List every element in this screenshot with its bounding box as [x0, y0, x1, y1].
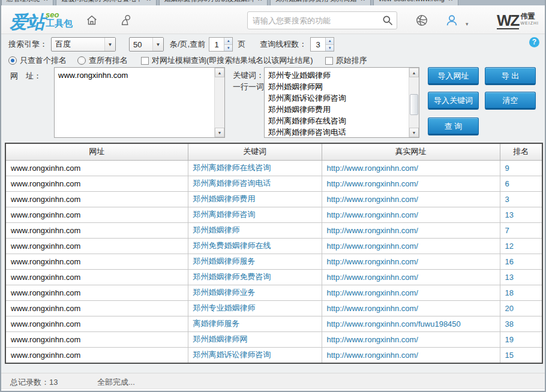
cell-real-url[interactable]: http://www.rongxinhn.com/	[322, 222, 500, 238]
table-row[interactable]: www.rongxinhn.com郑州离婚律师咨询http://www.rong…	[6, 207, 542, 222]
status-bar: 总记录数：13 全部完成...	[1, 373, 545, 390]
header-real-url[interactable]: 真实网址	[322, 144, 500, 160]
table-row[interactable]: www.rongxinhn.com郑州离婚诉讼律师咨询http://www.ro…	[6, 347, 542, 363]
browser-tab[interactable]: view-source:www.rong✕	[373, 0, 458, 5]
stepper-down-icon[interactable]: ▼	[326, 45, 334, 52]
function-search-box	[247, 11, 397, 29]
cell-keyword: 郑州专业婚姻律师	[188, 300, 322, 316]
cell-keyword: 郑州离婚律师咨询电话	[188, 176, 322, 191]
table-row[interactable]: www.rongxinhn.com郑州婚姻律师免费咨询http://www.ro…	[6, 269, 542, 285]
user-tools-icon[interactable]	[119, 14, 133, 27]
table-row[interactable]: www.rongxinhn.com郑州婚姻律师业务http://www.rong…	[6, 285, 542, 300]
url-scrollbar[interactable]: ▲ ▼	[214, 68, 224, 137]
cell-url: www.rongxinhn.com	[6, 160, 188, 176]
threads-stepper: ▲ ▼	[310, 37, 334, 52]
table-row[interactable]: www.rongxinhn.com郑州婚姻律师费用http://www.rong…	[6, 191, 542, 207]
results-table: 网址 关键词 真实网址 排名 www.rongxinhn.com郑州离婚律师在线…	[5, 143, 543, 364]
cell-rank: 20	[500, 300, 542, 316]
table-row[interactable]: www.rongxinhn.com郑州婚姻律师服务http://www.rong…	[6, 254, 542, 269]
header-keyword[interactable]: 关键词	[188, 144, 322, 160]
cell-real-url[interactable]: http://www.rongxinhn.com/	[322, 176, 500, 191]
browser-tab[interactable]: 郑州婚姻律师费用 郑州离婚✕	[270, 0, 370, 5]
cell-real-url[interactable]: http://www.rongxinhn.com/	[322, 285, 500, 300]
import-urls-button[interactable]: 导入网址	[428, 67, 479, 85]
scroll-down-icon[interactable]: ▼	[215, 128, 224, 137]
scroll-up-icon[interactable]: ▲	[409, 68, 419, 77]
radio-first-rank[interactable]: 只查首个排名	[8, 55, 67, 66]
table-row[interactable]: www.rongxinhn.com郑州婚姻律师网http://www.rongx…	[6, 331, 542, 347]
cell-real-url[interactable]: http://www.rongxinhn.com/	[322, 207, 500, 222]
help-icon[interactable]: ?	[529, 37, 539, 47]
checkbox-fuzzy-label: 对网址模糊查询(即搜索结果域名以该网址结尾)	[152, 55, 313, 66]
import-keywords-button[interactable]: 导入关键词	[428, 92, 479, 110]
scroll-down-icon[interactable]: ▼	[409, 128, 419, 137]
table-row[interactable]: www.rongxinhn.com郑州婚姻律师http://www.rongxi…	[6, 222, 542, 238]
table-row[interactable]: www.rongxinhn.com郑州离婚律师在线咨询http://www.ro…	[6, 160, 542, 176]
browser-tab-row: 息管理系统✕超级网站案例 郑州心置电申✕婚姻家庭律师5月份易发婚姻纠✕郑州婚姻律…	[1, 0, 545, 5]
checkbox-original-order[interactable]: 原始排序	[325, 55, 367, 66]
scroll-up-icon[interactable]: ▲	[215, 68, 224, 77]
close-icon[interactable]: ✕	[257, 0, 262, 2]
cell-url: www.rongxinhn.com	[6, 347, 188, 363]
cell-real-url[interactable]: http://www.rongxinhn.com/	[322, 269, 500, 285]
cell-keyword: 郑州婚姻律师业务	[188, 285, 322, 300]
per-page-label: 条/页,查前	[170, 39, 205, 50]
cell-real-url[interactable]: http://www.rongxinhn.com/	[322, 300, 500, 316]
table-row[interactable]: www.rongxinhn.com离婚律师服务http://www.rongxi…	[6, 316, 542, 331]
checkbox-fuzzy-match[interactable]: 对网址模糊查询(即搜索结果域名以该网址结尾)	[141, 55, 313, 66]
pages-input[interactable]	[209, 38, 224, 51]
engine-select[interactable]: 百度 ▼	[51, 37, 116, 52]
cell-real-url[interactable]: http://www.rongxinhn.com/	[322, 160, 500, 176]
stepper-up-icon[interactable]: ▲	[224, 38, 232, 45]
cell-real-url[interactable]: http://www.rongxinhn.com/fuwu198450	[322, 316, 500, 331]
settings-row: 搜索引擎： 百度 ▼ 50 ▼ 条/页,查前 ▲ ▼ 页 查询线程数： ▲ ▼	[8, 37, 334, 52]
radio-first-rank-label: 只查首个排名	[20, 55, 67, 66]
header-url[interactable]: 网址	[6, 144, 188, 160]
url-textarea-box: www.rongxinhn.com ▲ ▼	[54, 67, 225, 138]
stepper-up-icon[interactable]: ▲	[326, 38, 334, 45]
stepper-down-icon[interactable]: ▼	[224, 45, 232, 52]
per-page-select[interactable]: 50 ▼	[129, 37, 164, 52]
aizhan-logo: 爱站 seo 工具包	[10, 10, 73, 35]
close-icon[interactable]: ✕	[448, 0, 453, 2]
clear-button[interactable]: 清空	[485, 92, 536, 110]
window-bottom-edge	[1, 388, 545, 391]
keywords-sublabel: 一行一词	[233, 82, 264, 92]
home-icon[interactable]	[85, 14, 98, 27]
browser-tab[interactable]: 超级网站案例 郑州心置电申✕	[56, 0, 156, 5]
table-row[interactable]: www.rongxinhn.com郑州专业婚姻律师http://www.rong…	[6, 300, 542, 316]
keywords-scrollbar[interactable]: ▲ ▼	[409, 68, 419, 137]
close-icon[interactable]: ✕	[146, 0, 151, 2]
radio-all-ranks[interactable]: 查所有排名	[77, 55, 128, 66]
cell-rank: 7	[500, 222, 542, 238]
table-row[interactable]: www.rongxinhn.com郑州离婚律师咨询电话http://www.ro…	[6, 176, 542, 191]
export-button[interactable]: 导 出	[485, 67, 536, 85]
account-caret-icon[interactable]: ▾	[466, 21, 469, 27]
cell-real-url[interactable]: http://www.rongxinhn.com/	[322, 347, 500, 363]
cell-real-url[interactable]: http://www.rongxinhn.com/	[322, 331, 500, 347]
threads-input[interactable]	[311, 38, 325, 51]
browser-tab[interactable]: 息管理系统✕	[1, 0, 53, 5]
network-icon[interactable]	[415, 14, 428, 27]
cell-real-url[interactable]: http://www.rongxinhn.com/	[322, 191, 500, 207]
cell-real-url[interactable]: http://www.rongxinhn.com/	[322, 238, 500, 254]
status-message: 全部完成...	[97, 377, 135, 388]
close-icon[interactable]: ✕	[360, 0, 365, 2]
close-icon[interactable]: ✕	[43, 0, 48, 2]
cell-rank: 19	[500, 331, 542, 347]
cell-real-url[interactable]: http://www.rongxinhn.com/	[322, 254, 500, 269]
search-input[interactable]	[248, 16, 379, 25]
query-button[interactable]: 查 询	[428, 117, 479, 135]
cell-url: www.rongxinhn.com	[6, 300, 188, 316]
radio-unchecked-icon	[77, 56, 86, 65]
browser-tab-title: 超级网站案例 郑州心置电申	[61, 0, 142, 4]
header-rank[interactable]: 排名	[500, 144, 542, 160]
browser-tab[interactable]: 婚姻家庭律师5月份易发婚姻纠✕	[159, 0, 268, 5]
cell-keyword: 郑州离婚诉讼律师咨询	[188, 347, 322, 363]
scrollbar-thumb[interactable]	[410, 94, 418, 115]
table-row[interactable]: www.rongxinhn.com郑州免费婚姻律师在线http://www.ro…	[6, 238, 542, 254]
keywords-textarea[interactable]: 郑州专业婚姻律师 郑州婚姻律师网 郑州离婚诉讼律师咨询 郑州婚姻律师费用 郑州离…	[265, 68, 409, 137]
account-icon[interactable]	[445, 14, 458, 27]
search-icon[interactable]	[379, 14, 397, 26]
url-textarea[interactable]: www.rongxinhn.com	[55, 68, 214, 137]
